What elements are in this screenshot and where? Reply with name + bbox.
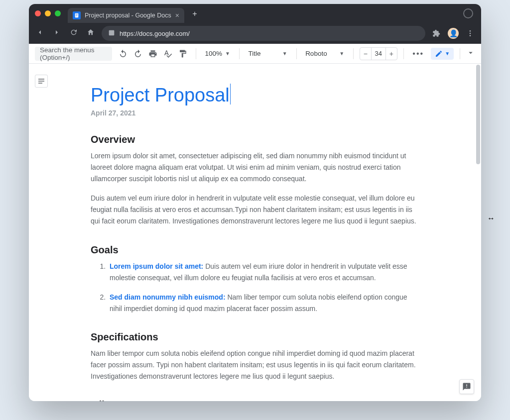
explore-button[interactable] (459, 379, 474, 394)
minimize-window-button[interactable] (45, 10, 51, 16)
menu-search[interactable]: Search the menus (Option+/) (35, 47, 112, 61)
font-size-increase[interactable]: + (386, 48, 397, 60)
profile-avatar[interactable]: 👤 (447, 28, 459, 39)
goal-item-1[interactable]: Lorem ipsum dolor sit amet: Duis autem v… (108, 261, 419, 284)
svg-rect-2 (76, 15, 78, 15)
svg-rect-4 (109, 30, 115, 35)
document-title[interactable]: Project Proposal (91, 85, 230, 106)
chevron-down-icon: ▼ (225, 51, 230, 56)
document-outline-button[interactable] (35, 75, 48, 88)
tab-title: Project proposal - Google Docs (85, 12, 171, 19)
browser-tab[interactable]: Project proposal - Google Docs × (68, 8, 184, 23)
extensions-icon[interactable] (430, 29, 442, 37)
svg-point-6 (470, 33, 471, 34)
docs-toolbar: Search the menus (Option+/) 100% ▼ Title… (29, 44, 481, 64)
new-tab-button[interactable]: + (188, 7, 201, 20)
separator (296, 48, 297, 59)
svg-rect-3 (76, 16, 77, 16)
specifications-paragraph[interactable]: Nam liber tempor cum soluta nobis eleife… (91, 348, 419, 382)
menu-search-placeholder: Search the menus (Option+/) (40, 46, 107, 61)
document-scroll[interactable]: Project Proposal April 27, 2021 Overview… (29, 64, 481, 401)
svg-rect-0 (75, 13, 79, 17)
overview-paragraph-2[interactable]: Duis autem vel eum iriure dolor in hendr… (91, 193, 419, 227)
url-field[interactable]: https://docs.google.com/ (102, 26, 425, 41)
more-toolbar-button[interactable]: ••• (409, 49, 427, 58)
heading-milestones[interactable]: Milestones (91, 399, 419, 401)
heading-specifications[interactable]: Specifications (91, 331, 419, 343)
paragraph-style-dropdown[interactable]: Title ▼ (246, 47, 290, 61)
content-area: Project Proposal April 27, 2021 Overview… (29, 64, 481, 401)
goal-item-2[interactable]: Sed diam nonummy nibh euismod: Nam liber… (108, 292, 419, 315)
chevron-down-icon: ▼ (282, 51, 287, 56)
close-tab-button[interactable]: × (175, 11, 179, 19)
svg-point-5 (470, 30, 471, 32)
document-page[interactable]: Project Proposal April 27, 2021 Overview… (86, 84, 424, 381)
editing-mode-button[interactable]: ▼ (431, 48, 454, 60)
scrollbar-thumb[interactable] (476, 65, 480, 164)
address-bar: https://docs.google.com/ 👤 (29, 23, 481, 44)
forward-button[interactable] (51, 28, 63, 38)
chevron-down-icon: ▼ (339, 51, 344, 56)
browser-window: Project proposal - Google Docs × + https… (29, 4, 481, 401)
window-profile-icon[interactable] (463, 8, 473, 18)
document-date[interactable]: April 27, 2021 (91, 109, 419, 117)
font-size-stepper[interactable]: − 34 + (360, 47, 397, 60)
separator (239, 48, 240, 59)
paint-format-button[interactable] (176, 47, 190, 61)
docs-favicon-icon (73, 11, 81, 19)
heading-goals[interactable]: Goals (91, 244, 419, 256)
separator (196, 48, 196, 59)
site-info-icon[interactable] (108, 29, 116, 38)
font-family-dropdown[interactable]: Roboto ▼ (302, 47, 347, 61)
font-size-value[interactable]: 34 (371, 48, 386, 60)
overview-paragraph-1[interactable]: Lorem ipsum dolor sit amet, consectetuer… (91, 150, 419, 185)
back-button[interactable] (34, 28, 46, 38)
spellcheck-button[interactable] (161, 47, 175, 61)
hide-menus-button[interactable] (466, 48, 475, 59)
zoom-dropdown[interactable]: 100% ▼ (202, 47, 233, 61)
print-button[interactable] (146, 47, 160, 61)
home-button[interactable] (85, 28, 97, 38)
maximize-window-button[interactable] (55, 10, 61, 16)
browser-menu-button[interactable] (464, 29, 476, 37)
text-cursor (230, 84, 231, 105)
goals-list[interactable]: Lorem ipsum dolor sit amet: Duis autem v… (91, 261, 419, 315)
url-text: https://docs.google.com/ (120, 30, 190, 37)
separator (403, 48, 404, 59)
separator (460, 48, 460, 59)
undo-button[interactable] (116, 47, 130, 61)
resize-cursor-icon: ↔ (487, 214, 495, 223)
heading-overview[interactable]: Overview (91, 134, 419, 145)
close-window-button[interactable] (35, 10, 41, 16)
window-controls (35, 10, 61, 16)
titlebar: Project proposal - Google Docs × + (29, 4, 481, 23)
reload-button[interactable] (68, 28, 80, 38)
svg-point-7 (470, 35, 471, 36)
redo-button[interactable] (131, 47, 145, 61)
svg-rect-1 (76, 14, 78, 15)
chevron-down-icon: ▼ (445, 51, 450, 56)
separator (353, 48, 354, 59)
font-size-decrease[interactable]: − (360, 48, 371, 60)
